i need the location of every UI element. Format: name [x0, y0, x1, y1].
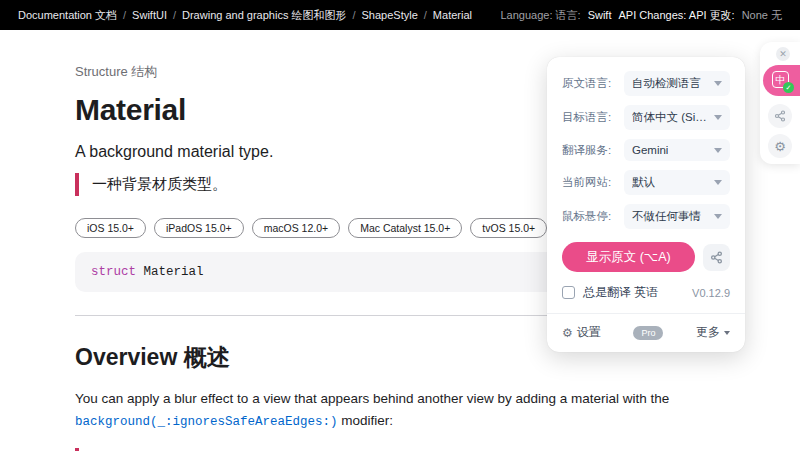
target-language-label: 目标语言: [562, 110, 624, 125]
current-site-label: 当前网站: [562, 175, 624, 190]
mouse-hover-label: 鼠标悬停: [562, 209, 624, 224]
platform-badge-ios: iOS 15.0+ [75, 218, 146, 238]
language-value-swift[interactable]: Swift [588, 9, 612, 21]
topbar-meta: Language: 语言: Swift API Changes: API 更改:… [501, 8, 783, 23]
platform-badge-macos: macOS 12.0+ [252, 218, 341, 238]
source-language-value: 自动检测语言 [632, 76, 701, 91]
chevron-down-icon [714, 115, 722, 120]
close-icon[interactable]: ✕ [776, 47, 790, 61]
target-language-select[interactable]: 简体中文 (Simplified ... [624, 105, 730, 130]
pro-badge[interactable]: Pro [633, 326, 663, 340]
settings-button[interactable]: ⚙ 设置 [562, 324, 601, 341]
breadcrumb-separator: / [173, 9, 176, 21]
breadcrumb-separator: / [123, 9, 126, 21]
breadcrumb-separator: / [352, 9, 355, 21]
share-icon [710, 251, 723, 264]
chevron-down-icon [714, 148, 722, 153]
edge-toolbar: ✕ 中 ✓ ⚙ [760, 42, 800, 164]
page-settings-button[interactable]: ⚙ [768, 134, 792, 158]
more-label: 更多 [696, 324, 720, 341]
translate-service-value: Gemini [632, 144, 668, 156]
target-language-value: 简体中文 (Simplified ... [632, 110, 708, 125]
breadcrumb-swiftui[interactable]: SwiftUI [132, 9, 167, 21]
share-translation-button[interactable] [703, 244, 730, 271]
breadcrumb-separator: / [424, 9, 427, 21]
show-original-button[interactable]: 显示原文 (⌥A) [562, 242, 695, 272]
language-label: Language: 语言: [501, 8, 581, 23]
always-translate-label: 总是翻译 英语 [583, 284, 658, 301]
breadcrumb: Documentation 文档 / SwiftUI / Drawing and… [18, 8, 472, 23]
platform-badge-ipados: iPadOS 15.0+ [154, 218, 244, 238]
check-badge-icon: ✓ [783, 82, 794, 93]
gear-icon: ⚙ [774, 139, 786, 154]
breadcrumb-material[interactable]: Material [433, 9, 472, 21]
mouse-hover-select[interactable]: 不做任何事情 [624, 204, 730, 229]
swift-keyword: struct [91, 265, 136, 279]
share-icon [774, 110, 786, 122]
chevron-down-icon [714, 214, 722, 219]
source-language-label: 原文语言: [562, 76, 624, 91]
current-site-select[interactable]: 默认 [624, 170, 730, 195]
mouse-hover-value: 不做任何事情 [632, 209, 701, 224]
extension-version: V0.12.9 [692, 287, 730, 299]
translate-popup: 原文语言: 自动检测语言 目标语言: 简体中文 (Simplified ... … [547, 57, 745, 352]
always-translate-checkbox[interactable] [562, 286, 575, 299]
background-modifier-link[interactable]: background(_:ignoresSafeAreaEdges:) [75, 415, 338, 429]
settings-label: 设置 [577, 324, 601, 341]
overview-text-end: modifier: [338, 413, 394, 428]
gear-icon: ⚙ [562, 326, 573, 340]
type-name: Material [136, 265, 204, 279]
current-site-value: 默认 [632, 175, 655, 190]
chevron-down-icon [724, 331, 730, 335]
breadcrumb-drawing-graphics[interactable]: Drawing and graphics 绘图和图形 [182, 8, 346, 23]
api-changes-label: API Changes: API 更改: [618, 8, 734, 23]
overview-paragraph-english: You can apply a blur effect to a view th… [75, 388, 737, 434]
immersive-translate-logo-button[interactable]: 中 ✓ [763, 65, 800, 96]
page-share-button[interactable] [768, 104, 792, 128]
platform-badge-catalyst: Mac Catalyst 15.0+ [348, 218, 462, 238]
overview-text: You can apply a blur effect to a view th… [75, 391, 669, 406]
doc-topbar: Documentation 文档 / SwiftUI / Drawing and… [0, 0, 800, 30]
source-language-select[interactable]: 自动检测语言 [624, 71, 730, 96]
breadcrumb-shapestyle[interactable]: ShapeStyle [362, 9, 418, 21]
translate-service-select[interactable]: Gemini [624, 139, 730, 161]
chevron-down-icon [714, 180, 722, 185]
breadcrumb-documentation[interactable]: Documentation 文档 [18, 8, 117, 23]
api-changes-value[interactable]: None 无 [742, 8, 782, 23]
translate-service-label: 翻译服务: [562, 143, 624, 158]
chevron-down-icon [714, 81, 722, 86]
more-button[interactable]: 更多 [696, 324, 730, 341]
platform-badge-tvos: tvOS 15.0+ [470, 218, 547, 238]
